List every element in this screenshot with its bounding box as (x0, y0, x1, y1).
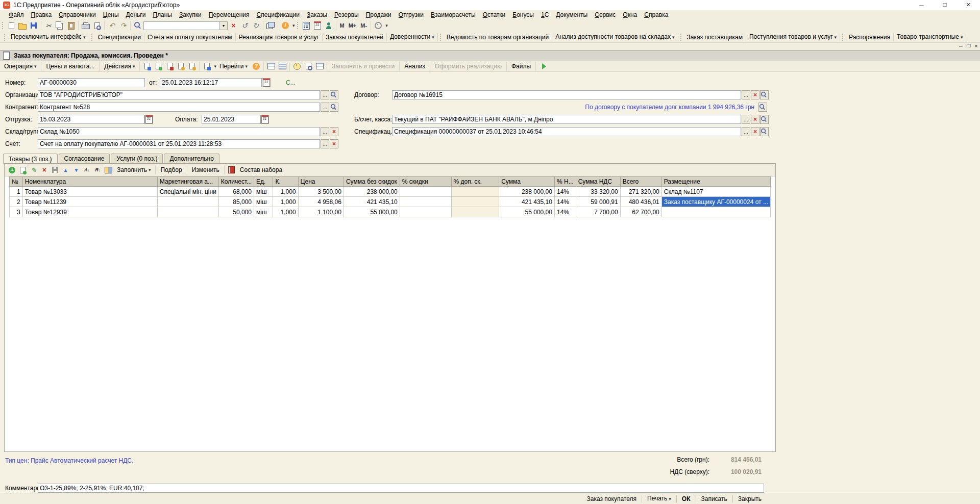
column-header[interactable]: Количест... (218, 177, 254, 187)
memory-minus-button[interactable]: M- (358, 22, 369, 29)
fill-button[interactable]: Заполнить▾ (114, 165, 154, 175)
fill-grid-icon[interactable] (103, 165, 114, 175)
menu-item[interactable]: Документы (552, 10, 591, 19)
menu-item[interactable]: Файл (5, 10, 28, 19)
shipment-input[interactable] (38, 115, 144, 124)
table-cell[interactable]: 271 320,00 (620, 187, 662, 197)
find-icon[interactable] (132, 20, 143, 31)
footer-button-0[interactable]: Заказ покупателя (583, 494, 641, 504)
interface-item[interactable]: Заказ поставщикам (684, 32, 746, 42)
table-cell[interactable]: 3 (10, 207, 23, 217)
select-icon[interactable]: ... (742, 90, 750, 99)
column-header[interactable]: Маркетинговая а... (157, 177, 218, 187)
payment-input[interactable] (202, 115, 260, 124)
column-header[interactable]: Сумма без скидок (344, 177, 400, 187)
save-record-icon[interactable] (141, 61, 153, 71)
open-icon[interactable] (760, 115, 769, 124)
print-icon[interactable] (80, 20, 91, 31)
menu-item[interactable]: Резервы (331, 10, 362, 19)
clear-icon[interactable]: × (751, 127, 760, 136)
column-header[interactable]: Сумма НДС (576, 177, 620, 187)
table-cell[interactable]: 85,000 (218, 197, 254, 207)
menu-item[interactable]: Деньги (122, 10, 150, 19)
table-cell[interactable]: 50,000 (218, 207, 254, 217)
column-header[interactable]: Номенклатура (22, 177, 157, 187)
column-header[interactable]: % Н... (554, 177, 576, 187)
actions-button[interactable]: Действия▾ (101, 61, 138, 71)
interface-item[interactable]: Реализация товаров и услуг (236, 32, 322, 42)
table-cell[interactable]: 1 100,00 (298, 207, 344, 217)
move-down-icon[interactable] (71, 165, 82, 175)
copy-row-icon[interactable] (17, 165, 28, 175)
menu-item[interactable]: Отгрузки (395, 10, 427, 19)
menu-item[interactable]: Правка (28, 10, 56, 19)
find-user-icon[interactable] (323, 20, 334, 31)
interface-item[interactable]: Товаро-транспортные▾ (894, 32, 966, 42)
menu-item[interactable]: Сервис (591, 10, 619, 19)
input-on-basis-alt-icon[interactable] (186, 61, 198, 71)
bank-account-input[interactable] (392, 115, 741, 124)
table-cell[interactable]: 55 000,00 (499, 207, 555, 217)
tab-item[interactable]: Дополнительно (164, 154, 219, 163)
table-cell[interactable]: 1,000 (273, 187, 298, 197)
column-header[interactable]: % доп. ск. (451, 177, 499, 187)
prices-currency-button[interactable]: Цены и валюта... (43, 61, 97, 71)
chevron-down-icon[interactable]: ▾ (220, 21, 228, 30)
calendar-picker-icon[interactable] (260, 115, 269, 124)
table-cell[interactable]: 55 000,00 (344, 207, 400, 217)
table-row[interactable]: 2Товар №1123985,000міш1,0004 958,06421 4… (10, 197, 771, 207)
search-input[interactable] (143, 21, 220, 30)
tab-item[interactable]: Согласование (59, 154, 110, 163)
doc-close-icon[interactable] (973, 43, 979, 49)
table-cell[interactable]: 1,000 (273, 207, 298, 217)
table-cell[interactable]: 14% (554, 207, 576, 217)
clear-icon[interactable]: × (751, 115, 760, 124)
copy-icon[interactable] (54, 20, 65, 31)
interface-item[interactable]: Анализ доступности товаров на складах▾ (552, 32, 677, 42)
memory-button[interactable]: M (338, 22, 347, 29)
menu-item[interactable]: Справка (641, 10, 672, 19)
specification-input[interactable] (392, 127, 741, 136)
footer-button-4[interactable]: Закрыть (734, 494, 766, 504)
history-back-icon[interactable] (239, 20, 250, 31)
table-cell[interactable]: 421 435,10 (344, 197, 400, 207)
table-cell[interactable]: 4 958,06 (298, 197, 344, 207)
open-subordination-icon[interactable] (201, 61, 212, 71)
sort-desc-icon[interactable] (92, 165, 103, 175)
tab-item[interactable]: Товары (3 поз.) (3, 154, 58, 164)
interface-item[interactable]: Спецификации (95, 32, 144, 42)
column-header[interactable]: Сумма (499, 177, 555, 187)
input-on-basis-icon[interactable] (175, 61, 186, 71)
report-structure-icon[interactable] (265, 61, 277, 71)
table-cell[interactable]: Товар №13033 (22, 187, 157, 197)
menu-item[interactable]: Остатки (479, 10, 509, 19)
table-row[interactable]: 1Товар №13033Спеціальні мін. ціни68,000м… (10, 187, 771, 197)
table-cell[interactable]: Заказ поставщику АГ-00000024 от ... (662, 197, 770, 207)
analysis-button[interactable]: Анализ (401, 61, 428, 71)
menu-item[interactable]: Бонусы (509, 10, 537, 19)
cut-icon[interactable] (43, 20, 54, 31)
table-row[interactable]: 3Товар №1293950,000міш1,0001 100,0055 00… (10, 207, 771, 217)
calendar-picker-icon[interactable] (144, 115, 153, 124)
minimize-icon[interactable] (910, 0, 933, 10)
table-cell[interactable]: Спеціальні мін. ціни (157, 187, 218, 197)
organization-input[interactable] (38, 90, 320, 99)
menu-item[interactable]: Справочники (55, 10, 100, 19)
doc-restore-icon[interactable] (965, 43, 972, 49)
properties-icon[interactable] (314, 61, 325, 71)
footer-button-1[interactable]: Печать▾ (643, 493, 675, 504)
select-icon[interactable]: ... (321, 127, 329, 136)
items-table[interactable]: №НоменклатураМаркетинговая а...Количест.… (9, 177, 771, 217)
open-folder-icon[interactable] (17, 20, 28, 31)
column-header[interactable]: % скидки (400, 177, 451, 187)
table-cell[interactable]: 14% (554, 197, 576, 207)
open-icon[interactable] (760, 90, 769, 99)
table-cell[interactable]: 68,000 (218, 187, 254, 197)
column-header[interactable]: К. (273, 177, 298, 187)
help-icon[interactable] (251, 61, 262, 71)
table-cell[interactable] (157, 197, 218, 207)
clear-posting-icon[interactable] (164, 61, 175, 71)
table-cell[interactable]: 1 (10, 187, 23, 197)
save-icon[interactable] (28, 20, 39, 31)
set-content-icon[interactable] (226, 165, 237, 175)
